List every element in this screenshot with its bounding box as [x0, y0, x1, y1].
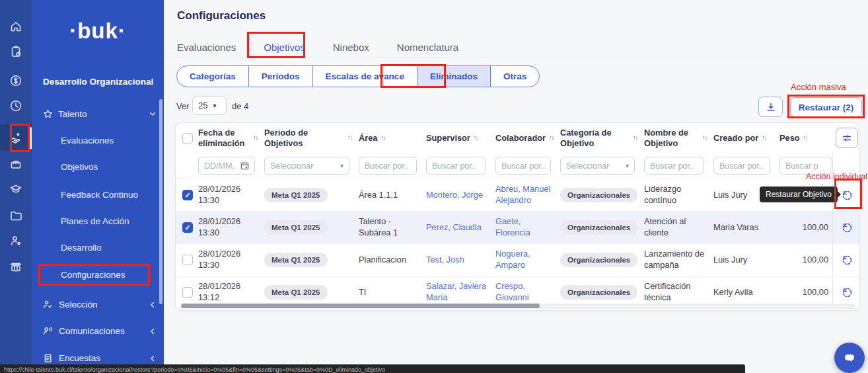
annotation-label-massive: Acción masiva	[791, 82, 846, 92]
sidebar-scrollbar[interactable]	[159, 99, 163, 304]
sidebar-item-desarrollo[interactable]: Desarrollo	[61, 243, 102, 253]
col-fecha-eliminacion[interactable]: Fecha de eliminación↑↓	[198, 128, 264, 148]
restore-row-icon[interactable]	[841, 254, 853, 267]
restore-row-icon[interactable]	[841, 222, 853, 234]
select-all-checkbox[interactable]	[182, 133, 193, 144]
talent-hand-heart-icon[interactable]	[0, 124, 32, 151]
filter-fecha[interactable]: DD/MM,	[198, 157, 255, 175]
filter-area-input[interactable]	[365, 161, 411, 171]
subtab-eliminados[interactable]: Eliminados	[417, 66, 490, 87]
page-size-value: 25	[198, 101, 207, 110]
payments-dollar-icon[interactable]	[0, 67, 32, 94]
cell-peso: 100,00	[779, 222, 832, 233]
restore-row-icon[interactable]	[841, 286, 853, 299]
chat-button[interactable]	[834, 343, 865, 373]
documents-folder-icon[interactable]	[0, 202, 32, 229]
benefits-briefcase-icon[interactable]	[0, 151, 32, 177]
colaborador-link[interactable]: Gaete, Florencia	[495, 216, 560, 238]
sidebar-item-evaluaciones[interactable]: Evaluaciones	[61, 136, 114, 145]
sidebar-item-feedback-continuo[interactable]: Feedback Continuo	[61, 190, 138, 200]
page-size-select[interactable]: 25 ▾	[192, 96, 227, 115]
tab-nomenclatura[interactable]: Nomenclatura	[397, 42, 458, 53]
filter-nombre-input[interactable]	[650, 161, 698, 171]
col-nombre-objetivo[interactable]: Nombre de Objetivo↑↓	[644, 128, 713, 148]
tab-evaluaciones[interactable]: Evaluaciones	[177, 42, 236, 53]
browser-status-bar: https://chile-talento.buk.cl/talento/org…	[0, 364, 745, 373]
supervisor-link[interactable]: Test, Josh	[426, 255, 495, 266]
star-icon	[43, 109, 53, 119]
table-row[interactable]: 28/01/2026 13:30 Meta Q1 2025 Planificac…	[176, 244, 859, 276]
periodo-badge: Meta Q1 2025	[264, 188, 328, 203]
column-settings-button[interactable]	[836, 128, 858, 148]
col-area[interactable]: Área↑↓	[359, 133, 426, 143]
subtab-categorias[interactable]: Categorías	[177, 66, 248, 87]
cell-peso: 100,00	[779, 287, 832, 298]
table-row[interactable]: 28/01/2026 13:30 Meta Q1 2025 Talento - …	[176, 212, 859, 244]
subtab-escalas-de-avance[interactable]: Escalas de avance	[312, 66, 417, 87]
table-row[interactable]: 28/01/2026 13:30 Meta Q1 2025 Área 1.1.1…	[176, 179, 859, 212]
filter-peso-input[interactable]	[785, 161, 826, 171]
sort-icon[interactable]: ↑↓	[803, 134, 808, 142]
col-creado-por[interactable]: Creado por↑↓	[713, 133, 779, 143]
home-icon[interactable]	[0, 13, 32, 40]
filter-categoria-select[interactable]: Seleccionar▾	[560, 157, 635, 175]
filter-supervisor-input[interactable]	[432, 161, 480, 171]
sidebar: ·buk· Desarrollo Organizacional Talento …	[32, 0, 164, 373]
col-colaborador[interactable]: Colaborador↑↓	[495, 133, 560, 143]
row-checkbox[interactable]	[182, 190, 193, 200]
tab-objetivos[interactable]: Objetivos	[264, 42, 305, 53]
sort-icon[interactable]: ↑↓	[253, 134, 258, 142]
subtab-bar: Categorías Periodos Escalas de avance El…	[176, 65, 540, 87]
sidebar-item-configuraciones[interactable]: Configuraciones	[61, 270, 126, 280]
sidebar-group-label: Encuestas	[59, 353, 100, 363]
sort-icon[interactable]: ↑↓	[702, 134, 707, 142]
subtab-otras[interactable]: Otras	[490, 66, 539, 87]
filter-creado-input[interactable]	[719, 161, 764, 171]
filter-colaborador-input[interactable]	[501, 161, 545, 171]
chevron-left-icon	[149, 327, 157, 335]
filter-periodo-select[interactable]: Seleccionar▾	[264, 157, 349, 175]
categoria-badge: Organizacionales	[560, 253, 637, 268]
time-clock-icon[interactable]	[0, 93, 32, 119]
scrollbar-thumb[interactable]	[181, 304, 540, 308]
restore-row-icon[interactable]	[841, 189, 853, 202]
colaborador-link[interactable]: Crespo, Giovanni	[495, 281, 560, 303]
sort-icon[interactable]: ↑↓	[380, 134, 385, 142]
col-supervisor[interactable]: Supervisor↑↓	[426, 133, 495, 143]
chevron-down-icon: ▾	[340, 162, 344, 169]
tabs-divider	[164, 58, 868, 58]
sort-icon[interactable]: ↑↓	[347, 134, 352, 142]
supervisor-link[interactable]: Perez, Claudia	[426, 222, 495, 233]
row-checkbox[interactable]	[182, 255, 193, 265]
row-checkbox[interactable]	[182, 222, 193, 233]
sort-icon[interactable]: ↑↓	[633, 134, 637, 142]
tab-ninebox[interactable]: Ninebox	[333, 42, 369, 53]
selection-person-icon[interactable]	[0, 228, 32, 254]
sidebar-group-comunicaciones[interactable]: Comunicaciones	[43, 326, 157, 336]
download-button[interactable]	[758, 97, 783, 117]
supervisor-link[interactable]: Salazar, Javiera María	[426, 281, 495, 303]
sort-icon[interactable]: ↑↓	[762, 134, 766, 142]
sidebar-group-encuestas[interactable]: Encuestas	[43, 353, 157, 363]
sidebar-item-objetivos[interactable]: Objetivos	[61, 162, 98, 172]
sidebar-item-planes-de-accion[interactable]: Planes de Acción	[61, 216, 129, 226]
sidebar-group-talento[interactable]: Talento	[43, 106, 157, 122]
sidebar-group-seleccion[interactable]: Selección	[43, 300, 157, 310]
sort-icon[interactable]: ↑↓	[549, 134, 554, 142]
restore-tooltip: Restaurar Objetivo	[760, 186, 838, 202]
tasks-clipboard-icon[interactable]	[0, 38, 32, 65]
row-checkbox[interactable]	[182, 287, 193, 298]
colaborador-link[interactable]: Noguera, Amparo	[495, 249, 560, 270]
col-periodo-objetivos[interactable]: Periodo de Objetivos↑↓	[264, 128, 359, 148]
col-peso[interactable]: Peso↑↓	[779, 133, 832, 143]
subtab-periodos[interactable]: Periodos	[248, 66, 312, 87]
sort-icon[interactable]: ↑↓	[474, 134, 478, 142]
organization-cabinet-icon[interactable]	[0, 254, 32, 280]
col-categoria-objetivo[interactable]: Categoría de Objetivo↑↓	[560, 128, 644, 148]
supervisor-link[interactable]: Montero, Jorge	[426, 190, 495, 201]
training-graduation-icon[interactable]	[0, 176, 32, 202]
restore-selected-button[interactable]: Restaurar (2)	[790, 97, 862, 117]
colaborador-link[interactable]: Abreu, Manuel Alejandro	[495, 184, 560, 206]
horizontal-scrollbar[interactable]	[181, 304, 855, 308]
cell-nombre: Atención al cliente	[644, 216, 713, 238]
